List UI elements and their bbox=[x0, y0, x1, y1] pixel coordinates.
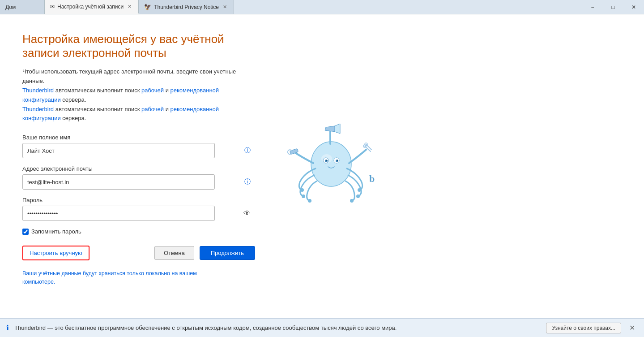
thunderbird-link[interactable]: Thunderbird bbox=[22, 87, 54, 94]
bottom-close-button[interactable]: ✕ bbox=[627, 323, 638, 333]
tab-privacy-close[interactable]: ✕ bbox=[222, 4, 228, 10]
bottom-info-icon: ℹ bbox=[6, 324, 9, 332]
password-label: Пароль bbox=[22, 197, 255, 203]
svg-point-10 bbox=[308, 199, 311, 203]
form-section: Настройка имеющейся у вас учётной записи… bbox=[22, 32, 255, 305]
restore-button[interactable]: □ bbox=[603, 0, 623, 14]
learn-rights-button[interactable]: Узнайте о своих правах... bbox=[546, 323, 621, 333]
page-title: Настройка имеющейся у вас учётной записи… bbox=[22, 32, 255, 60]
illustration-section: b bbox=[273, 32, 389, 305]
minimize-button[interactable]: − bbox=[582, 0, 603, 14]
password-toggle-icon[interactable]: 👁 bbox=[243, 209, 251, 217]
name-field-wrapper: ⓘ bbox=[22, 143, 255, 158]
working-config-link2[interactable]: рабочей bbox=[141, 106, 164, 112]
tab-account-setup[interactable]: ✉ Настройка учётной записи ✕ bbox=[45, 0, 139, 14]
tab-home[interactable]: Дом bbox=[0, 0, 45, 14]
email-field-wrapper: ⓘ bbox=[22, 174, 255, 190]
close-button[interactable]: ✕ bbox=[623, 0, 644, 14]
main-content: Настройка имеющейся у вас учётной записи… bbox=[0, 14, 644, 318]
tab-home-label: Дом bbox=[5, 4, 16, 10]
thunderbird-tab-icon: 🦅 bbox=[144, 4, 151, 10]
window-controls: − □ ✕ bbox=[582, 0, 644, 14]
tab-privacy-label: Thunderbird Privacy Notice bbox=[154, 4, 219, 10]
thunderbird-link2[interactable]: Thunderbird bbox=[22, 106, 54, 112]
content-area: Настройка имеющейся у вас учётной записи… bbox=[0, 14, 644, 318]
svg-point-0 bbox=[311, 142, 351, 186]
desc-line2: Thunderbird автоматически выполнит поиск… bbox=[22, 87, 219, 103]
email-input[interactable] bbox=[22, 174, 215, 190]
privacy-link[interactable]: Ваши учётные данные будут храниться толь… bbox=[22, 270, 197, 285]
continue-button[interactable]: Продолжить bbox=[200, 246, 255, 260]
svg-point-12 bbox=[356, 194, 360, 198]
name-input[interactable] bbox=[22, 143, 215, 158]
name-field-group: Ваше полное имя ⓘ bbox=[22, 134, 255, 158]
email-info-icon[interactable]: ⓘ bbox=[244, 178, 251, 186]
working-config-link[interactable]: рабочей bbox=[141, 87, 164, 94]
password-field-wrapper: 👁 bbox=[22, 206, 255, 221]
manual-setup-button[interactable]: Настроить вручную bbox=[22, 246, 90, 260]
page-layout: Настройка имеющейся у вас учётной записи… bbox=[22, 32, 622, 305]
buttons-row: Настроить вручную Отмена Продолжить bbox=[22, 246, 255, 260]
desc-line3: Thunderbird автоматически выполнит поиск… bbox=[22, 106, 219, 122]
name-info-icon[interactable]: ⓘ bbox=[244, 147, 251, 155]
name-label: Ваше полное имя bbox=[22, 134, 255, 141]
svg-point-6 bbox=[326, 160, 328, 161]
tab-privacy-notice[interactable]: 🦅 Thunderbird Privacy Notice ✕ bbox=[139, 0, 234, 14]
privacy-notice: Ваши учётные данные будут храниться толь… bbox=[22, 269, 215, 286]
remember-password-row: Запомнить пароль bbox=[22, 228, 255, 235]
svg-point-13 bbox=[350, 199, 354, 203]
bottom-info-text: Thunderbird — это бесплатное программное… bbox=[14, 324, 541, 331]
bottom-bar: ℹ Thunderbird — это бесплатное программн… bbox=[0, 318, 644, 337]
envelope-icon: ✉ bbox=[50, 4, 55, 10]
title-bar: Дом ✉ Настройка учётной записи ✕ 🦅 Thund… bbox=[0, 0, 644, 14]
page-description: Чтобы использовать текущий адрес электро… bbox=[22, 67, 255, 123]
tab-account-close[interactable]: ✕ bbox=[126, 3, 133, 10]
cancel-button[interactable]: Отмена bbox=[154, 246, 194, 260]
email-field-group: Адрес электронной почты ⓘ bbox=[22, 165, 255, 190]
tab-account-label: Настройка учётной записи bbox=[57, 4, 124, 10]
remember-password-label[interactable]: Запомнить пароль bbox=[31, 228, 81, 235]
octopus-illustration: b bbox=[282, 124, 380, 213]
svg-point-9 bbox=[302, 194, 305, 198]
svg-point-7 bbox=[337, 160, 338, 161]
remember-password-checkbox[interactable] bbox=[22, 229, 29, 235]
password-input[interactable] bbox=[22, 206, 215, 221]
password-field-group: Пароль 👁 bbox=[22, 197, 255, 221]
email-label: Адрес электронной почты bbox=[22, 165, 255, 172]
svg-text:b: b bbox=[369, 173, 375, 184]
